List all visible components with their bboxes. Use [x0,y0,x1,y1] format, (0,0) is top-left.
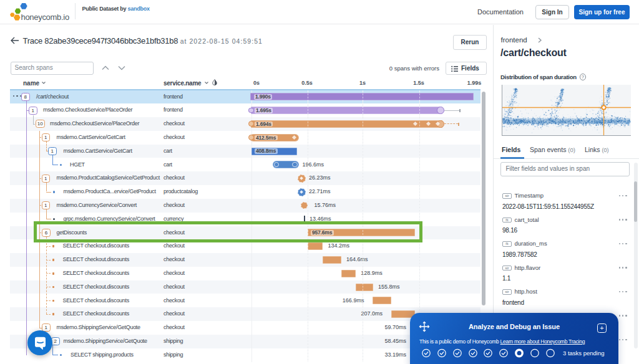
svg-text:honeycomb.io: honeycomb.io [21,12,69,22]
